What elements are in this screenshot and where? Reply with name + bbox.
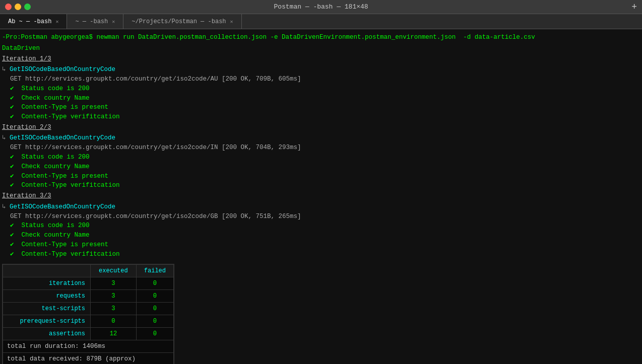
iteration-2-check-3: ✔ Content-Type verifitcation (2, 181, 640, 190)
col-header-failed: failed (136, 265, 173, 277)
col-header-executed: executed (91, 265, 137, 277)
tab-0[interactable]: Ab ~ — -bash ✕ (0, 14, 67, 29)
tab-1[interactable]: ~ — -bash ✕ (67, 14, 123, 29)
tab-2-close[interactable]: ✕ (230, 19, 233, 25)
row-iterations-failed: 0 (136, 277, 173, 290)
tab-bar: Ab ~ — -bash ✕ ~ — -bash ✕ ~/Projects/Po… (0, 14, 642, 29)
iteration-3-check-1: ✔ Check country Name (2, 231, 640, 240)
section-title: DataDriven (2, 43, 640, 53)
row-test-scripts-failed: 0 (136, 303, 173, 315)
row-test-scripts-executed: 3 (91, 303, 137, 315)
row-iterations-label: iterations (3, 277, 91, 290)
row-assertions-executed: 12 (91, 328, 137, 340)
table-row: prerequest-scripts 0 0 (3, 315, 174, 328)
row-requests-executed: 3 (91, 290, 137, 303)
maximize-button[interactable] (24, 4, 31, 10)
iteration-1-get: GET http://services.groupkt.com/country/… (2, 75, 640, 84)
iteration-3-request: ↳ GetISOCodeBasedOnCountryCode (2, 202, 640, 212)
col-header-label (3, 265, 91, 277)
row-iterations-executed: 3 (91, 277, 137, 290)
tab-0-close[interactable]: ✕ (55, 19, 58, 25)
iteration-1-request: ↳ GetISOCodeBasedOnCountryCode (2, 64, 640, 75)
row-test-scripts-label: test-scripts (3, 303, 91, 315)
window-title: Postman — -bash — 181×48 (0, 3, 642, 11)
iteration-1-check-3: ✔ Content-Type verifitcation (2, 112, 640, 122)
table-row: test-scripts 3 0 (3, 303, 174, 315)
command-line: -Pro:Postman abygeorgea$ newman run Data… (2, 33, 640, 42)
table-row: assertions 12 0 (3, 328, 174, 340)
summary-table-wrapper: executed failed iterations 3 0 requests … (2, 264, 174, 364)
iteration-2-check-1: ✔ Check country Name (2, 162, 640, 172)
iteration-1-check-1: ✔ Check country Name (2, 94, 640, 103)
minimize-button[interactable] (15, 4, 21, 10)
tab-1-close[interactable]: ✕ (112, 19, 115, 25)
row-prerequest-executed: 0 (91, 315, 137, 328)
summary-table: executed failed iterations 3 0 requests … (3, 264, 174, 340)
iteration-3-check-2: ✔ Content-Type is present (2, 240, 640, 250)
iteration-1-check-2: ✔ Content-Type is present (2, 103, 640, 112)
row-requests-failed: 0 (136, 290, 173, 303)
iteration-3-check-3: ✔ Content-Type verifitcation (2, 250, 640, 259)
row-prerequest-failed: 0 (136, 315, 173, 328)
iteration-2-check-2: ✔ Content-Type is present (2, 172, 640, 181)
row-prerequest-label: prerequest-scripts (3, 315, 91, 328)
iteration-2-header: Iteration 2/3 (2, 122, 640, 133)
iteration-1-check-0: ✔ Status code is 200 (2, 84, 640, 94)
iteration-2-check-0: ✔ Status code is 200 (2, 153, 640, 162)
new-tab-button[interactable]: + (631, 2, 637, 12)
title-bar: Postman — -bash — 181×48 + (0, 0, 642, 14)
tab-2[interactable]: ~/Projects/Postman — -bash ✕ (123, 14, 241, 29)
terminal: -Pro:Postman abygeorgea$ newman run Data… (0, 29, 642, 364)
iteration-3-check-0: ✔ Status code is 200 (2, 221, 640, 231)
row-assertions-failed: 0 (136, 328, 173, 340)
table-row: iterations 3 0 (3, 277, 174, 290)
total-duration: total run duration: 1406ms (3, 340, 174, 353)
iteration-1-header: Iteration 1/3 (2, 53, 640, 65)
total-data: total data received: 879B (approx) (3, 353, 174, 364)
iteration-2-request: ↳ GetISOCodeBasedOnCountryCode (2, 133, 640, 143)
iteration-2-get: GET http://services.groupkt.com/country/… (2, 143, 640, 153)
tab-1-label: ~ — -bash (75, 18, 108, 25)
iteration-3-header: Iteration 3/3 (2, 190, 640, 202)
row-requests-label: requests (3, 290, 91, 303)
row-assertions-label: assertions (3, 328, 91, 340)
tab-2-label: ~/Projects/Postman — -bash (132, 18, 226, 25)
iteration-3-get: GET http://services.groupkt.com/country/… (2, 212, 640, 222)
traffic-lights (0, 4, 31, 10)
close-button[interactable] (5, 4, 12, 10)
tab-0-label: Ab ~ — -bash (8, 18, 51, 25)
table-row: requests 3 0 (3, 290, 174, 303)
